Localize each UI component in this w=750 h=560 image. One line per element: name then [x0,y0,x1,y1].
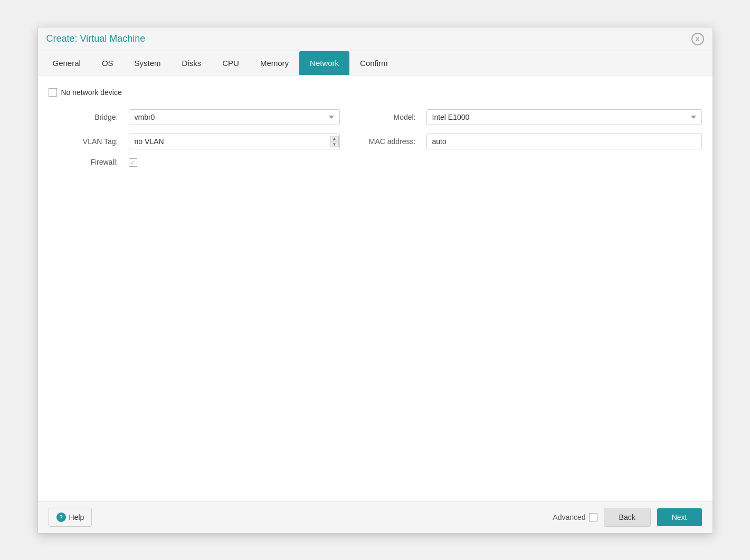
model-label: Model: [346,113,420,121]
tab-confirm[interactable]: Confirm [349,51,398,75]
dialog-body: No network device Bridge: vmbr0 Model: I… [38,75,713,501]
help-label: Help [69,513,84,521]
vlan-tag-input[interactable] [129,134,340,149]
firewall-checkbox-wrap: ✓ [129,158,340,167]
create-vm-dialog: Create: Virtual Machine × General OS Sys… [37,27,713,534]
no-network-checkbox[interactable] [49,88,57,97]
next-button[interactable]: Next [657,508,702,526]
vlan-spin-arrows: ▲ ▼ [330,136,339,147]
advanced-label: Advanced [553,513,585,521]
bridge-label: Bridge: [49,113,122,121]
tab-disks[interactable]: Disks [172,51,212,75]
bridge-select[interactable]: vmbr0 [129,109,340,125]
bridge-select-wrap: vmbr0 [129,109,340,125]
no-network-row: No network device [49,88,702,97]
footer-left: ? Help [49,508,92,527]
model-select[interactable]: Intel E1000 [426,109,702,125]
tab-network[interactable]: Network [299,51,349,75]
firewall-checkbox[interactable]: ✓ [129,158,137,167]
help-button[interactable]: ? Help [49,508,92,527]
vlan-arrow-down[interactable]: ▼ [330,141,339,147]
close-button[interactable]: × [691,33,704,45]
dialog-title: Create: Virtual Machine [46,33,146,44]
advanced-wrap: Advanced [553,513,597,521]
tab-memory[interactable]: Memory [250,51,299,75]
back-button[interactable]: Back [604,508,651,527]
vlan-tag-wrap: ▲ ▼ [129,134,340,149]
dialog-header: Create: Virtual Machine × [38,27,713,51]
firewall-label: Firewall: [49,158,122,166]
mac-address-input[interactable] [426,134,702,149]
help-icon: ? [56,512,66,522]
vlan-tag-label: VLAN Tag: [49,137,122,146]
no-network-label: No network device [61,88,122,97]
model-select-wrap: Intel E1000 [426,109,702,125]
vlan-arrow-up[interactable]: ▲ [330,136,339,141]
tab-system[interactable]: System [124,51,172,75]
advanced-checkbox[interactable] [589,513,597,521]
dialog-footer: ? Help Advanced Back Next [38,501,713,533]
tab-cpu[interactable]: CPU [212,51,250,75]
network-form: Bridge: vmbr0 Model: Intel E1000 VLAN Ta… [49,109,702,167]
footer-right: Advanced Back Next [553,508,701,527]
tab-bar: General OS System Disks CPU Memory Netwo… [38,51,713,75]
tab-general[interactable]: General [42,51,91,75]
tab-os[interactable]: OS [91,51,124,75]
mac-address-label: MAC address: [346,137,420,146]
